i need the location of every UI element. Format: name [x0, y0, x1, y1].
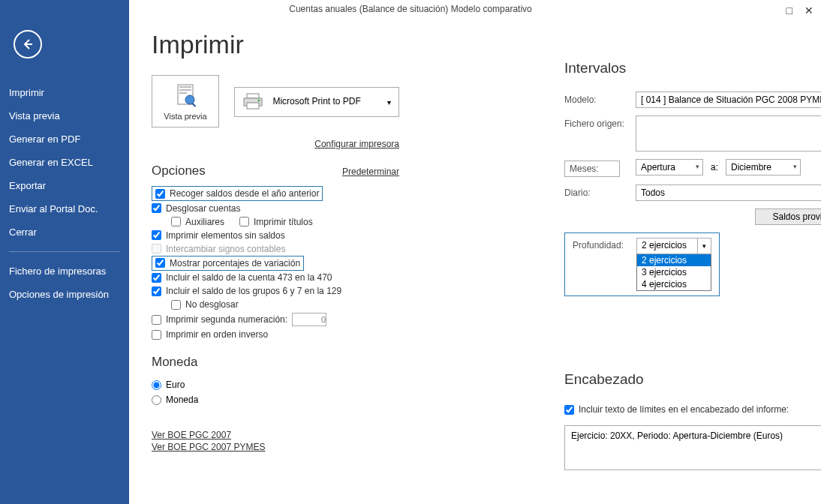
profundidad-dropdown[interactable]: 2 ejercicios ▾	[636, 238, 711, 254]
chk-porcentajes-highlight: Mostrar porcentajes de variación	[152, 256, 304, 271]
svg-rect-8	[247, 103, 259, 109]
sidebar-item-pdf[interactable]: Generar en PDF	[0, 128, 129, 151]
chevron-down-icon: ▾	[696, 163, 699, 170]
chk-grupos-67-lbl: Incluir el saldo de los grupos 6 y 7 en …	[166, 286, 341, 296]
svg-rect-2	[179, 89, 191, 91]
chk-incluir-limites-lbl: Incluir texto de límites en el encabezad…	[579, 404, 789, 415]
boe-2007-pymes-link[interactable]: Ver BOE PGC 2007 PYMES	[152, 442, 437, 452]
radio-moneda-lbl: Moneda	[166, 394, 198, 405]
chk-intercambiar-lbl: Intercambiar signos contables	[166, 244, 285, 254]
svg-point-4	[185, 95, 194, 104]
modelo-dropdown[interactable]: [ 014 ] Balance de Situación PGC 2008 PY…	[636, 92, 821, 108]
chk-segunda-num[interactable]	[152, 315, 161, 325]
chk-recoger-highlight: Recoger saldos desde el año anterior	[152, 186, 323, 201]
back-button[interactable]	[14, 30, 42, 58]
chk-porcentajes[interactable]	[155, 258, 165, 268]
page-title: Imprimir	[152, 30, 806, 59]
vista-previa-label: Vista previa	[163, 112, 208, 121]
sidebar-item-opciones[interactable]: Opciones de impresión	[0, 283, 129, 306]
chk-sin-saldos[interactable]	[152, 230, 161, 240]
chk-porcentajes-lbl: Mostrar porcentajes de variación	[170, 258, 300, 268]
sidebar-item-portal[interactable]: Enviar al Portal Doc.	[0, 197, 129, 220]
printer-dropdown[interactable]: Microsoft Print to PDF ▾	[234, 87, 399, 117]
fichero-textarea[interactable]: ▴▾	[636, 116, 821, 152]
chevron-down-icon: ▾	[387, 98, 391, 106]
chk-no-desglosar[interactable]	[171, 300, 181, 310]
document-preview-icon	[172, 82, 199, 109]
chk-intercambiar	[152, 244, 161, 254]
moneda-title: Moneda	[152, 355, 437, 370]
printer-name: Microsoft Print to PDF	[272, 96, 360, 106]
sidebar-item-exportar[interactable]: Exportar	[0, 174, 129, 197]
svg-rect-3	[179, 92, 187, 94]
svg-rect-6	[247, 94, 259, 98]
chk-incluir-limites[interactable]	[564, 405, 574, 415]
svg-rect-1	[179, 86, 191, 88]
sidebar-item-vista-previa[interactable]: Vista previa	[0, 104, 129, 128]
radio-moneda[interactable]	[152, 395, 161, 405]
chk-saldo-473[interactable]	[152, 273, 161, 283]
mes-fin-dropdown[interactable]: Diciembre▾	[726, 159, 801, 176]
radio-euro-lbl: Euro	[166, 380, 185, 390]
sidebar-item-imprimir[interactable]: Imprimir	[0, 81, 129, 104]
chk-titulos-lbl: Imprimir títulos	[254, 217, 313, 227]
chk-auxiliares-lbl: Auxiliares	[185, 217, 224, 227]
chevron-down-icon: ▾	[697, 238, 711, 254]
chk-desglosar-lbl: Desglosar cuentas	[166, 203, 240, 214]
modelo-value: [ 014 ] Balance de Situación PGC 2008 PY…	[641, 94, 821, 105]
chk-orden-inverso[interactable]	[152, 330, 161, 340]
diario-dropdown[interactable]: Todos▾	[636, 184, 821, 201]
sidebar-item-fichero[interactable]: Fichero de impresoras	[0, 260, 129, 283]
mes-inicio-value: Apertura	[641, 162, 675, 172]
prof-opt-4[interactable]: 4 ejercicios	[637, 278, 711, 290]
chk-desglosar[interactable]	[152, 203, 161, 213]
printer-icon	[242, 92, 263, 110]
a-label: a:	[711, 162, 718, 172]
sidebar-item-cerrar[interactable]: Cerrar	[0, 220, 129, 244]
chk-recoger[interactable]	[155, 189, 165, 199]
sidebar-item-excel[interactable]: Generar en EXCEL	[0, 151, 129, 174]
prof-opt-2[interactable]: 2 ejercicios	[637, 254, 711, 266]
boe-2007-link[interactable]: Ver BOE PGC 2007	[152, 430, 437, 440]
chk-segunda-num-lbl: Imprimir segunda numeración:	[166, 314, 287, 325]
profundidad-list: 2 ejercicios 3 ejercicios 4 ejercicios	[636, 254, 711, 291]
diario-value: Todos	[641, 188, 665, 198]
chk-saldo-473-lbl: Incluir el saldo de la cuenta 473 en la …	[166, 272, 332, 283]
saldos-provisionales-button[interactable]: Saldos provisionales	[755, 208, 821, 225]
chevron-down-icon: ▾	[793, 163, 797, 170]
segunda-num-input[interactable]	[292, 313, 326, 326]
sidebar-separator	[9, 251, 120, 252]
chk-titulos[interactable]	[239, 217, 249, 226]
encabezado-title: Encabezado	[564, 371, 821, 388]
chk-auxiliares[interactable]	[171, 217, 181, 226]
encabezado-textbox[interactable]: Ejercicio: 20XX, Periodo: Apertura-Dicie…	[564, 425, 821, 470]
chk-no-desglosar-lbl: No desglosar	[185, 299, 239, 310]
svg-rect-5	[192, 103, 197, 107]
profundidad-label: Profundidad:	[573, 238, 636, 250]
radio-euro[interactable]	[152, 380, 161, 390]
modelo-label: Modelo:	[564, 92, 636, 105]
chk-grupos-67[interactable]	[152, 286, 161, 296]
intervalos-title: Intervalos	[564, 60, 821, 76]
diario-label: Diario:	[564, 184, 636, 198]
mes-inicio-dropdown[interactable]: Apertura▾	[636, 159, 703, 176]
svg-point-9	[258, 100, 260, 102]
fichero-label: Fichero origen:	[564, 116, 636, 129]
opciones-title: Opciones	[152, 164, 206, 178]
chk-orden-inverso-lbl: Imprimir en orden inverso	[166, 329, 268, 340]
sidebar: Imprimir Vista previa Generar en PDF Gen…	[0, 0, 129, 504]
chk-recoger-lbl: Recoger saldos desde el año anterior	[170, 188, 319, 199]
profundidad-box: Profundidad: 2 ejercicios ▾ 2 ejercicios…	[564, 232, 720, 296]
predeterminar-link[interactable]: Predeterminar	[342, 166, 399, 177]
vista-previa-button[interactable]: Vista previa	[152, 75, 219, 128]
chk-sin-saldos-lbl: Imprimir elementos sin saldos	[166, 230, 285, 241]
config-printer-link[interactable]: Configurar impresora	[314, 139, 399, 149]
prof-opt-3[interactable]: 3 ejercicios	[637, 266, 711, 278]
encabezado-text: Ejercicio: 20XX, Periodo: Apertura-Dicie…	[571, 430, 783, 441]
mes-fin-value: Diciembre	[731, 162, 771, 172]
meses-label-box: Meses:	[564, 160, 620, 177]
